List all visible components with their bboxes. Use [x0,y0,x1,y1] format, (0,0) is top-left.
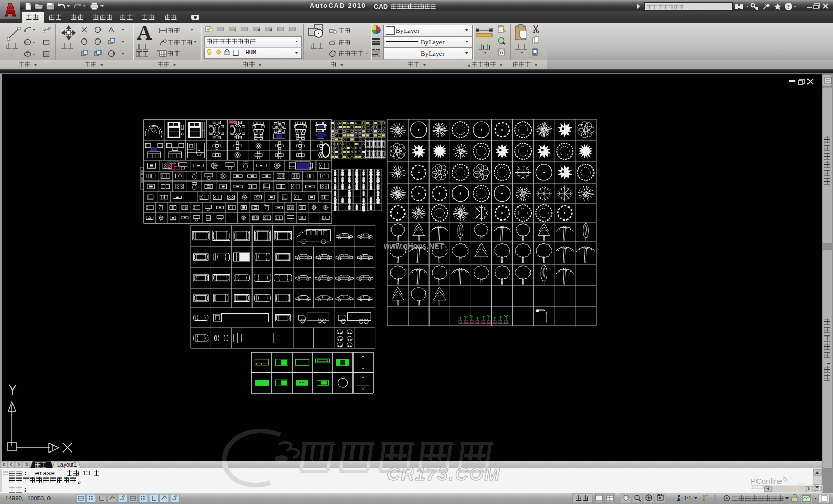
svg-text:14990, -10053, 0: 14990, -10053, 0 [5,495,51,501]
svg-text:www.qHons.NET: www.qHons.NET [383,242,444,250]
svg-text:CAD: CAD [374,3,388,10]
svg-text:?: ? [787,3,790,10]
svg-text:13: 13 [82,470,90,477]
svg-text::: : [23,486,28,493]
svg-text:1:1: 1:1 [684,495,691,501]
svg-text:: _erase: : _erase [23,470,55,477]
svg-text:Layout1: Layout1 [57,461,77,468]
svg-text:PConline: PConline [751,476,782,485]
